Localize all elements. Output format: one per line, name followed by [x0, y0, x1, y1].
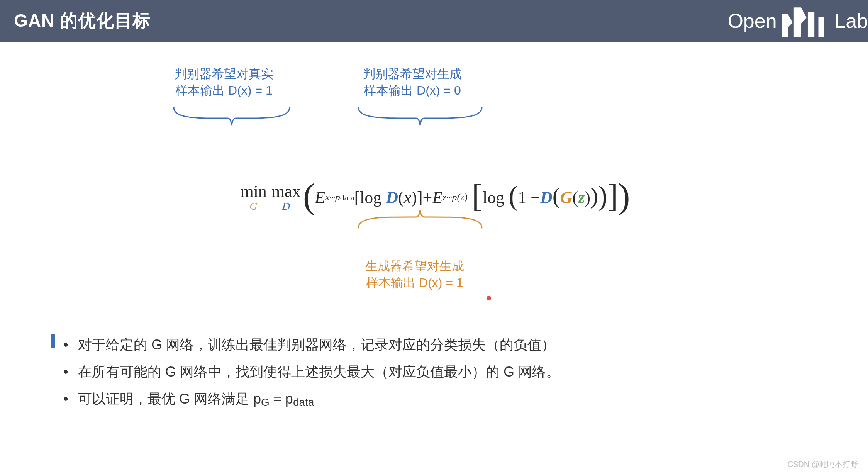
brand-text-right: Lab: [834, 9, 868, 32]
bullet-accent-bar: [51, 334, 55, 348]
mm-logo-icon: [779, 4, 832, 37]
min-operator: min G: [240, 183, 266, 212]
slide-content: 判别器希望对真实 样本输出 D(x) = 1 判别器希望对生成 样本输出 D(x…: [0, 42, 868, 475]
expectation-1: E: [315, 188, 325, 207]
bullet-list: 对于给定的 G 网络，训练出最佳判别器网络，记录对应的分类损失（的负值） 在所有…: [58, 331, 714, 413]
annotation-discriminator-real: 判别器希望对真实 样本输出 D(x) = 1: [175, 66, 273, 99]
objective-formula: min G max D ( Ex~pdata [log D(x)] + Ez~p…: [238, 177, 630, 218]
svg-rect-5: [818, 17, 824, 37]
expectation-2: E: [432, 188, 442, 207]
bullet-3: 可以证明，最优 G 网络满足 pG = pdata: [58, 385, 714, 413]
slide-header: GAN 的优化目标 Open Lab: [0, 0, 868, 42]
brand-logo: Open Lab: [727, 0, 868, 42]
bullet-2: 在所有可能的 G 网络中，找到使得上述损失最大（对应负值最小）的 G 网络。: [58, 358, 714, 385]
svg-rect-4: [808, 12, 814, 37]
brace-top-left-icon: [170, 103, 293, 128]
brace-top-right-icon: [354, 103, 486, 128]
brand-text-left: Open: [727, 9, 776, 32]
watermark: CSDN @吨吨不打野: [787, 459, 858, 470]
laser-pointer-icon: [487, 296, 491, 300]
slide-title: GAN 的优化目标: [14, 9, 151, 33]
max-operator: max D: [271, 183, 301, 212]
annotation-discriminator-fake: 判别器希望对生成 样本输出 D(x) = 0: [363, 66, 462, 99]
annotation-generator: 生成器希望对生成 样本输出 D(x) = 1: [365, 258, 464, 291]
bullet-1: 对于给定的 G 网络，训练出最佳判别器网络，记录对应的分类损失（的负值）: [58, 331, 714, 358]
